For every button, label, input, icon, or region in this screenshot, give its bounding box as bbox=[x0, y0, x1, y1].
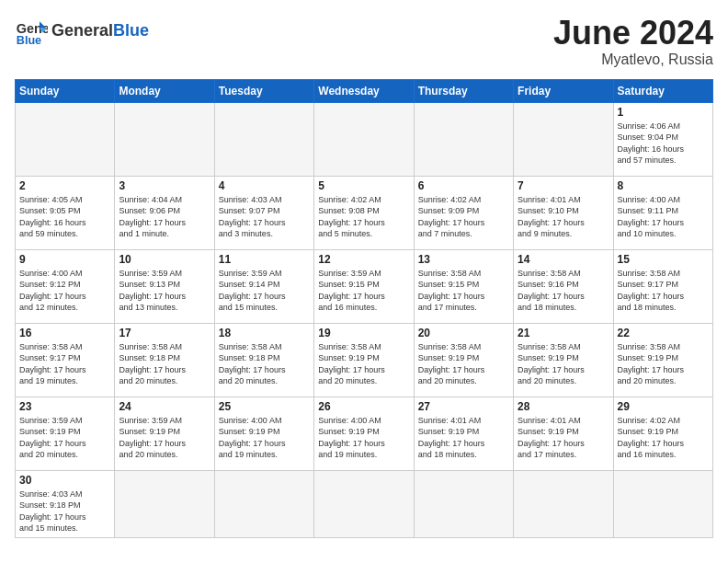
day-number: 21 bbox=[518, 327, 609, 339]
calendar-cell bbox=[514, 102, 613, 176]
day-number: 22 bbox=[618, 327, 709, 339]
day-number: 3 bbox=[119, 179, 210, 192]
calendar-cell: 13Sunrise: 3:58 AM Sunset: 9:15 PM Dayli… bbox=[414, 249, 513, 323]
day-number: 8 bbox=[618, 179, 709, 192]
day-number: 19 bbox=[318, 327, 409, 339]
weekday-header-saturday: Saturday bbox=[613, 79, 712, 102]
day-info: Sunrise: 3:59 AM Sunset: 9:13 PM Dayligh… bbox=[119, 268, 210, 314]
day-info: Sunrise: 3:58 AM Sunset: 9:16 PM Dayligh… bbox=[518, 268, 609, 314]
day-info: Sunrise: 4:03 AM Sunset: 9:18 PM Dayligh… bbox=[19, 488, 110, 534]
calendar-week-4: 23Sunrise: 3:59 AM Sunset: 9:19 PM Dayli… bbox=[16, 396, 713, 470]
day-info: Sunrise: 3:59 AM Sunset: 9:14 PM Dayligh… bbox=[219, 268, 310, 314]
day-info: Sunrise: 3:59 AM Sunset: 9:19 PM Dayligh… bbox=[19, 415, 110, 461]
day-number: 1 bbox=[618, 106, 709, 119]
calendar-cell: 27Sunrise: 4:01 AM Sunset: 9:19 PM Dayli… bbox=[414, 396, 513, 470]
calendar-cell: 25Sunrise: 4:00 AM Sunset: 9:19 PM Dayli… bbox=[214, 396, 313, 470]
calendar-week-0: 1Sunrise: 4:06 AM Sunset: 9:04 PM Daylig… bbox=[16, 102, 713, 176]
day-info: Sunrise: 4:01 AM Sunset: 9:19 PM Dayligh… bbox=[518, 415, 609, 461]
calendar-cell bbox=[514, 470, 613, 537]
logo: General Blue GeneralBlue bbox=[15, 15, 149, 48]
day-info: Sunrise: 4:02 AM Sunset: 9:19 PM Dayligh… bbox=[618, 415, 709, 461]
weekday-header-friday: Friday bbox=[514, 79, 613, 102]
page-header: General Blue GeneralBlue June 2024 Myatl… bbox=[15, 15, 713, 68]
day-number: 2 bbox=[19, 179, 110, 192]
calendar-cell: 22Sunrise: 3:58 AM Sunset: 9:19 PM Dayli… bbox=[613, 323, 712, 396]
day-number: 5 bbox=[318, 179, 409, 192]
day-number: 29 bbox=[618, 400, 709, 413]
calendar-cell bbox=[414, 102, 513, 176]
month-title: June 2024 bbox=[553, 15, 713, 52]
day-info: Sunrise: 4:06 AM Sunset: 9:04 PM Dayligh… bbox=[618, 121, 709, 167]
weekday-header-wednesday: Wednesday bbox=[314, 79, 414, 102]
calendar-cell: 30Sunrise: 4:03 AM Sunset: 9:18 PM Dayli… bbox=[16, 470, 115, 537]
day-number: 16 bbox=[19, 327, 110, 339]
calendar-cell: 2Sunrise: 4:05 AM Sunset: 9:05 PM Daylig… bbox=[16, 176, 115, 249]
day-info: Sunrise: 3:58 AM Sunset: 9:19 PM Dayligh… bbox=[618, 341, 709, 387]
calendar-cell: 1Sunrise: 4:06 AM Sunset: 9:04 PM Daylig… bbox=[613, 102, 712, 176]
calendar-cell: 15Sunrise: 3:58 AM Sunset: 9:17 PM Dayli… bbox=[613, 249, 712, 323]
calendar-cell: 12Sunrise: 3:59 AM Sunset: 9:15 PM Dayli… bbox=[314, 249, 414, 323]
logo-blue: Blue bbox=[113, 21, 149, 40]
day-number: 11 bbox=[219, 253, 310, 266]
day-number: 14 bbox=[518, 253, 609, 266]
calendar-cell bbox=[314, 102, 414, 176]
day-number: 15 bbox=[618, 253, 709, 266]
calendar-cell: 17Sunrise: 3:58 AM Sunset: 9:18 PM Dayli… bbox=[115, 323, 214, 396]
calendar-cell: 4Sunrise: 4:03 AM Sunset: 9:07 PM Daylig… bbox=[214, 176, 313, 249]
day-number: 9 bbox=[19, 253, 110, 266]
day-number: 7 bbox=[518, 179, 609, 192]
calendar-cell: 7Sunrise: 4:01 AM Sunset: 9:10 PM Daylig… bbox=[514, 176, 613, 249]
calendar-week-3: 16Sunrise: 3:58 AM Sunset: 9:17 PM Dayli… bbox=[16, 323, 713, 396]
calendar-cell bbox=[16, 102, 115, 176]
calendar-week-5: 30Sunrise: 4:03 AM Sunset: 9:18 PM Dayli… bbox=[16, 470, 713, 537]
day-number: 13 bbox=[418, 253, 509, 266]
day-info: Sunrise: 3:58 AM Sunset: 9:19 PM Dayligh… bbox=[318, 341, 409, 387]
day-number: 26 bbox=[318, 400, 409, 413]
calendar-cell: 20Sunrise: 3:58 AM Sunset: 9:19 PM Dayli… bbox=[414, 323, 513, 396]
day-number: 30 bbox=[19, 474, 110, 487]
logo-general: General bbox=[51, 21, 113, 40]
calendar-cell bbox=[214, 470, 313, 537]
day-number: 4 bbox=[219, 179, 310, 192]
day-info: Sunrise: 4:03 AM Sunset: 9:07 PM Dayligh… bbox=[219, 194, 310, 240]
calendar-table: SundayMondayTuesdayWednesdayThursdayFrid… bbox=[15, 79, 713, 538]
day-info: Sunrise: 3:58 AM Sunset: 9:18 PM Dayligh… bbox=[219, 341, 310, 387]
calendar-cell bbox=[115, 102, 214, 176]
calendar-cell: 6Sunrise: 4:02 AM Sunset: 9:09 PM Daylig… bbox=[414, 176, 513, 249]
day-number: 10 bbox=[119, 253, 210, 266]
calendar-cell: 23Sunrise: 3:59 AM Sunset: 9:19 PM Dayli… bbox=[16, 396, 115, 470]
day-info: Sunrise: 3:58 AM Sunset: 9:17 PM Dayligh… bbox=[618, 268, 709, 314]
calendar-week-2: 9Sunrise: 4:00 AM Sunset: 9:12 PM Daylig… bbox=[16, 249, 713, 323]
weekday-header-thursday: Thursday bbox=[414, 79, 513, 102]
weekday-header-row: SundayMondayTuesdayWednesdayThursdayFrid… bbox=[16, 79, 713, 102]
day-info: Sunrise: 3:59 AM Sunset: 9:15 PM Dayligh… bbox=[318, 268, 409, 314]
calendar-cell: 10Sunrise: 3:59 AM Sunset: 9:13 PM Dayli… bbox=[115, 249, 214, 323]
day-number: 23 bbox=[19, 400, 110, 413]
day-number: 17 bbox=[119, 327, 210, 339]
day-number: 18 bbox=[219, 327, 310, 339]
day-info: Sunrise: 4:05 AM Sunset: 9:05 PM Dayligh… bbox=[19, 194, 110, 240]
day-info: Sunrise: 4:04 AM Sunset: 9:06 PM Dayligh… bbox=[119, 194, 210, 240]
day-info: Sunrise: 4:00 AM Sunset: 9:11 PM Dayligh… bbox=[618, 194, 709, 240]
svg-text:Blue: Blue bbox=[17, 34, 41, 47]
day-info: Sunrise: 3:58 AM Sunset: 9:18 PM Dayligh… bbox=[119, 341, 210, 387]
day-info: Sunrise: 4:01 AM Sunset: 9:19 PM Dayligh… bbox=[418, 415, 509, 461]
day-info: Sunrise: 3:58 AM Sunset: 9:19 PM Dayligh… bbox=[418, 341, 509, 387]
calendar-cell bbox=[214, 102, 313, 176]
day-info: Sunrise: 3:59 AM Sunset: 9:19 PM Dayligh… bbox=[119, 415, 210, 461]
weekday-header-sunday: Sunday bbox=[16, 79, 115, 102]
logo-text: GeneralBlue bbox=[51, 22, 149, 40]
calendar-cell: 3Sunrise: 4:04 AM Sunset: 9:06 PM Daylig… bbox=[115, 176, 214, 249]
title-block: June 2024 Myatlevo, Russia bbox=[553, 15, 713, 68]
calendar-cell: 28Sunrise: 4:01 AM Sunset: 9:19 PM Dayli… bbox=[514, 396, 613, 470]
day-info: Sunrise: 4:01 AM Sunset: 9:10 PM Dayligh… bbox=[518, 194, 609, 240]
calendar-cell: 5Sunrise: 4:02 AM Sunset: 9:08 PM Daylig… bbox=[314, 176, 414, 249]
calendar-cell: 19Sunrise: 3:58 AM Sunset: 9:19 PM Dayli… bbox=[314, 323, 414, 396]
location-title: Myatlevo, Russia bbox=[553, 52, 713, 68]
day-info: Sunrise: 4:02 AM Sunset: 9:09 PM Dayligh… bbox=[418, 194, 509, 240]
calendar-cell: 16Sunrise: 3:58 AM Sunset: 9:17 PM Dayli… bbox=[16, 323, 115, 396]
day-number: 25 bbox=[219, 400, 310, 413]
day-number: 28 bbox=[518, 400, 609, 413]
calendar-cell: 29Sunrise: 4:02 AM Sunset: 9:19 PM Dayli… bbox=[613, 396, 712, 470]
calendar-cell: 14Sunrise: 3:58 AM Sunset: 9:16 PM Dayli… bbox=[514, 249, 613, 323]
